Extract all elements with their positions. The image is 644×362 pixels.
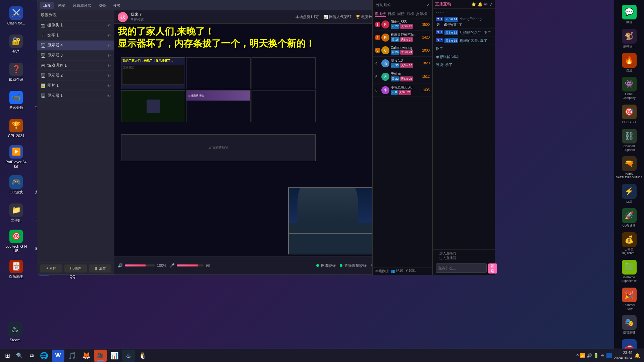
scene-eye-display3[interactable]: 👁 <box>107 54 111 58</box>
scene-eye-display1[interactable]: 👁 <box>107 94 111 98</box>
desktop-icon-logitech[interactable]: 🎯 Logitech G HUB <box>3 228 30 255</box>
clear-button[interactable]: 🗑 清空 <box>89 264 111 273</box>
qq-taskbar[interactable]: 🐧 <box>136 350 149 362</box>
viewers-expand-icon[interactable]: ⤢ <box>427 3 430 7</box>
obs-taskbar[interactable]: 🎥 <box>94 350 107 362</box>
desktop-icon-img-qqgame: 🎮 <box>9 175 23 189</box>
scene-icon-image1: 🖼️ <box>41 83 45 88</box>
desktop-icon-help[interactable]: ❓ 帮助杂系 <box>3 59 30 86</box>
send-button[interactable]: 发送 <box>488 263 497 274</box>
steam-taskbar[interactable]: ♨ <box>122 350 135 362</box>
tab-daily[interactable]: 日榜 <box>388 11 395 17</box>
h5-button[interactable]: H5插件 <box>64 264 87 273</box>
desktop-icon-meeting[interactable]: 📹 腾讯会议 <box>3 87 30 114</box>
tab-monthly[interactable]: 月榜 <box>407 11 414 17</box>
right-app-img-blackgod: 🐒 <box>622 29 637 44</box>
edge-taskbar[interactable]: 🌐 <box>38 350 50 362</box>
scene-eye-image1[interactable]: 👁 <box>107 84 111 88</box>
tray-vol[interactable]: 🔊 <box>587 353 592 358</box>
volume-bar[interactable] <box>125 264 155 266</box>
word-taskbar[interactable]: W <box>52 350 64 362</box>
right-app-sidebar: 💬 微信 🐒 黑神话... 🔥 自清 👾 Lethal Company 🎯 PU… <box>614 0 644 362</box>
viewer-fan-badge-4: 天Siu 25 <box>400 76 413 81</box>
desktop-icon-potplayer[interactable]: ▶️ PotPlayer 64 bit <box>3 143 30 170</box>
scene-eye-gameprocess1[interactable]: 👁 <box>107 64 111 68</box>
desktop-icon-myworld[interactable]: 🃏 欢乐地主 <box>3 256 30 283</box>
right-icon-dagui[interactable]: 💰 大富贵 10(Richm... <box>620 231 638 257</box>
tab-gift[interactable]: 贡献榜 <box>416 11 427 17</box>
mini-preview-4 <box>121 90 185 122</box>
tab-live[interactable]: 直播榜 <box>375 11 386 17</box>
titlebar-left: 场景来源音频混音器滤镜变换 <box>40 2 124 9</box>
scene-eye-display4[interactable]: 👁 <box>107 44 111 48</box>
chat-settings-icon[interactable]: ⭐ <box>471 2 476 7</box>
titlebar-tab-0[interactable]: 场景 <box>40 2 54 9</box>
desktop-icon-qqgame[interactable]: 🎮 QQ游戏 <box>3 172 30 198</box>
scene-label-display2: 显示器 2 <box>47 73 63 78</box>
search-button[interactable]: 🔍 <box>13 350 25 362</box>
tray-arrow[interactable]: ^ <box>577 353 579 358</box>
right-icon-battlegrounds[interactable]: 🔫 PUBG BATTLEGROUNDS <box>620 155 638 181</box>
right-icon-lethal[interactable]: 👾 Lethal Company <box>620 75 638 101</box>
right-icon-zhafa[interactable]: ⚡ 达法 <box>620 183 638 205</box>
scene-item-display4[interactable]: 🖥️ 显示器 4 👁 <box>37 41 114 51</box>
scene-item-display2[interactable]: 🖥️ 显示器 2 👁 <box>37 71 114 81</box>
titlebar-tab-3[interactable]: 滤镜 <box>95 2 109 9</box>
titlebar-tab-1[interactable]: 来源 <box>55 2 69 9</box>
right-icon-blackgod[interactable]: 🐒 黑神话... <box>620 27 638 50</box>
viewer-info-3: 淡妆以3 天 35 天Siu 26 <box>391 58 421 68</box>
scene-item-gameprocess1[interactable]: 🎮 游戏进程 1 👁 <box>37 61 114 71</box>
chat-expand-icon[interactable]: ⤢ <box>489 2 493 7</box>
viewer-avatar-3: 淡 <box>381 59 389 67</box>
right-app-img-zhafa: ⚡ <box>622 184 637 199</box>
network-dot <box>316 264 319 267</box>
scene-eye-text1[interactable]: 👁 <box>107 34 111 38</box>
scene-item-text1[interactable]: T 文字 1 👁 <box>37 31 114 41</box>
viewer-name-1: 科摩多巨蜥不怕阿三一 <box>391 33 421 37</box>
right-icon-uu[interactable]: 🚀 UU加速器 <box>620 207 638 229</box>
scene-item-image1[interactable]: 🖼️ 图片 1 👁 <box>37 81 114 91</box>
steam-desktop-icon[interactable]: ♨ Steam <box>2 318 29 345</box>
chat-mute-icon[interactable]: 🔔 <box>478 2 483 7</box>
tray-battery[interactable]: 🔋 <box>593 353 599 358</box>
right-icon-wechat[interactable]: 💬 微信 <box>620 3 638 25</box>
desktop-icon-login[interactable]: 🔐 登录 <box>3 31 30 58</box>
scene-item-display1[interactable]: 🖥️ 显示器 1 👁 <box>37 91 114 101</box>
chat-messages: ▼ 3天Siu 14 zhangffzhang: 走，跟他们厂了 ▼ 7天Siu… <box>433 15 495 249</box>
right-icon-lovegame[interactable]: 🎭 盗管演讲 <box>620 314 638 336</box>
wps-taskbar[interactable]: 📊 <box>108 350 121 362</box>
firefox-taskbar[interactable]: 🦊 <box>80 350 93 362</box>
chat-filter-icon[interactable]: 👁 <box>484 2 488 7</box>
scene-item-camera1[interactable]: 📷 摄像头 1 👁 <box>37 20 114 31</box>
viewer-item-2: 3 C Calmdowndog 天 26 天Siu 24 2000 <box>373 44 432 57</box>
viewer-guard-badge-3: 天 35 <box>391 63 399 68</box>
right-icon-pummel[interactable]: 🎉 Pummel Party <box>620 286 638 312</box>
right-icon-ziqing[interactable]: 🔥 自清 <box>620 52 638 74</box>
notification-button[interactable]: 🔔 <box>634 353 640 358</box>
scene-eye-camera1[interactable]: 👁 <box>107 23 111 27</box>
right-icon-pubgbg[interactable]: 🎯 PUBG BG <box>620 103 638 125</box>
scene-icon-text1: T <box>41 33 45 38</box>
scene-eye-display2[interactable]: 👁 <box>107 74 111 78</box>
right-icon-chained[interactable]: ⛓️ Chained Together <box>620 127 638 153</box>
right-app-label-chained: Chained Together <box>621 144 637 152</box>
viewer-info-0: Rider_S55 天 27 天Siu 22 <box>391 20 421 29</box>
start-button[interactable]: ⊞ <box>1 350 13 362</box>
desktop-icon-cpl[interactable]: 🏆 CPL 2024 <box>3 115 30 142</box>
desktop-icon-clash[interactable]: ⚔️ Clash for... <box>3 3 30 29</box>
chat-input[interactable] <box>436 263 487 273</box>
desktop-icon-files[interactable]: 📁 文件(I) <box>3 200 30 227</box>
titlebar-tab-4[interactable]: 变换 <box>110 2 124 9</box>
viewer-score-4: 1512 <box>422 75 430 78</box>
assets-button[interactable]: + 素材 <box>40 264 62 273</box>
right-icon-nvidia[interactable]: 🟩 GeForce Experience <box>620 258 638 284</box>
scene-item-display3[interactable]: 🖥️ 显示器 3 👁 <box>37 51 114 61</box>
viewer-avatar-2: C <box>381 46 389 54</box>
tab-weekly[interactable]: 周榜 <box>397 11 405 17</box>
titlebar-tab-2[interactable]: 音频混音器 <box>69 2 95 9</box>
multitask-button[interactable]: ⧉ <box>25 350 38 362</box>
mic-bar[interactable] <box>177 264 204 266</box>
tray-net[interactable]: 📶 <box>580 353 585 358</box>
cam-view <box>288 187 375 234</box>
winamp-taskbar[interactable]: 🎵 <box>66 350 78 362</box>
